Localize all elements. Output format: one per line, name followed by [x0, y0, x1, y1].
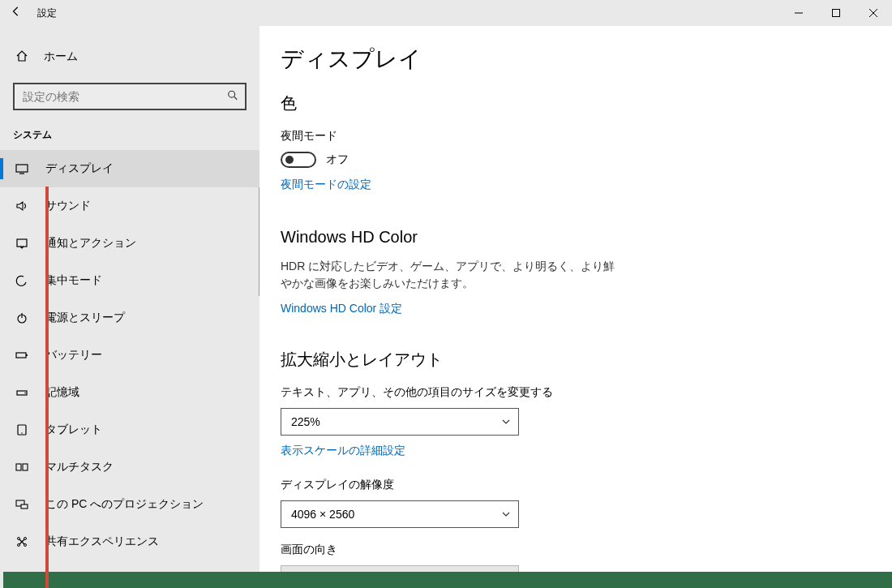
power-icon: [15, 311, 29, 324]
night-mode-settings-link[interactable]: 夜間モードの設定: [281, 178, 371, 192]
annotation-line: [45, 187, 49, 588]
svg-rect-17: [16, 464, 21, 470]
multitask-icon: [15, 461, 29, 474]
section-color-heading: 色: [281, 92, 871, 114]
sidebar-item-tablet[interactable]: タブレット: [0, 411, 259, 449]
svg-rect-1: [833, 10, 840, 17]
section-scale-heading: 拡大縮小とレイアウト: [281, 349, 871, 371]
battery-icon: [15, 349, 29, 362]
sidebar-item-label: サウンド: [45, 199, 91, 213]
sidebar-item-notifications[interactable]: 通知とアクション: [0, 225, 259, 262]
sidebar-item-battery[interactable]: バッテリー: [0, 337, 259, 374]
resolution-select[interactable]: 4096 × 2560: [281, 500, 519, 528]
night-mode-state: オフ: [326, 152, 349, 167]
sidebar-item-label: 集中モード: [45, 273, 102, 288]
sidebar: ホーム システム ディスプレイ: [0, 26, 259, 588]
back-button[interactable]: [0, 0, 32, 26]
minimize-button[interactable]: [780, 0, 817, 26]
sidebar-item-label: マルチタスク: [45, 460, 114, 474]
resolution-label: ディスプレイの解像度: [281, 478, 871, 492]
svg-rect-18: [23, 464, 28, 470]
category-header: システム: [0, 115, 259, 150]
text-size-value: 225%: [291, 415, 320, 428]
chevron-down-icon: [502, 417, 510, 427]
night-mode-toggle[interactable]: [281, 152, 316, 168]
window-title: 設定: [32, 6, 57, 20]
home-nav[interactable]: ホーム: [0, 41, 259, 73]
content-area: ディスプレイ 色 夜間モード オフ 夜間モードの設定 Windows HD Co…: [259, 26, 892, 588]
sound-icon: [15, 200, 29, 212]
sidebar-item-label: この PC へのプロジェクション: [45, 497, 204, 512]
storage-icon: [15, 386, 29, 399]
sidebar-item-focus[interactable]: 集中モード: [0, 262, 259, 299]
hd-description: HDR に対応したビデオ、ゲーム、アプリで、より明るく、より鮮やかな画像をお楽し…: [281, 258, 621, 292]
shared-icon: [15, 535, 29, 548]
sidebar-item-label: 記憶域: [45, 385, 79, 400]
search-input[interactable]: [13, 83, 247, 110]
home-icon: [15, 49, 29, 65]
home-label: ホーム: [44, 49, 78, 64]
svg-rect-12: [26, 354, 28, 356]
page-title: ディスプレイ: [281, 44, 871, 75]
display-icon: [15, 162, 29, 175]
titlebar: 設定: [0, 0, 892, 26]
svg-rect-11: [16, 353, 26, 358]
svg-point-4: [229, 91, 235, 97]
sidebar-item-label: ディスプレイ: [45, 161, 114, 176]
sidebar-item-label: 共有エクスペリエンス: [45, 534, 159, 549]
sidebar-item-label: 通知とアクション: [45, 236, 136, 251]
svg-point-16: [21, 432, 22, 433]
sidebar-item-power[interactable]: 電源とスリープ: [0, 299, 259, 337]
sidebar-item-label: タブレット: [45, 423, 102, 437]
sidebar-item-sound[interactable]: サウンド: [0, 187, 259, 225]
svg-point-22: [24, 538, 27, 540]
sidebar-item-display[interactable]: ディスプレイ: [0, 150, 259, 187]
svg-point-24: [24, 544, 27, 547]
resolution-value: 4096 × 2560: [291, 508, 354, 521]
sidebar-item-label: バッテリー: [45, 348, 102, 363]
sidebar-item-label: 電源とスリープ: [45, 311, 125, 325]
sidebar-item-multitask[interactable]: マルチタスク: [0, 449, 259, 486]
svg-rect-20: [21, 504, 28, 509]
sidebar-item-storage[interactable]: 記憶域: [0, 374, 259, 411]
text-size-select[interactable]: 225%: [281, 408, 519, 436]
close-button[interactable]: [855, 0, 892, 26]
focus-icon: [15, 274, 29, 287]
svg-point-23: [18, 544, 20, 547]
projection-icon: [15, 498, 29, 511]
orientation-label: 画面の向き: [281, 543, 871, 557]
tablet-icon: [15, 423, 29, 436]
svg-rect-6: [16, 165, 28, 172]
search-icon: [227, 90, 238, 104]
bottom-strip: [3, 572, 892, 588]
notifications-icon: [15, 237, 29, 250]
hd-settings-link[interactable]: Windows HD Color 設定: [281, 302, 402, 316]
sidebar-item-shared[interactable]: 共有エクスペリエンス: [0, 523, 259, 560]
nav-list: ディスプレイ サウンド 通知とアクション: [0, 150, 259, 588]
svg-line-5: [234, 97, 238, 100]
night-mode-label: 夜間モード: [281, 129, 871, 144]
maximize-button[interactable]: [817, 0, 855, 26]
svg-point-14: [24, 393, 26, 394]
svg-point-21: [18, 538, 20, 540]
svg-rect-8: [17, 239, 27, 247]
chevron-down-icon: [502, 509, 510, 519]
sidebar-item-projection[interactable]: この PC へのプロジェクション: [0, 486, 259, 523]
section-hd-heading: Windows HD Color: [281, 228, 871, 247]
advanced-scale-link[interactable]: 表示スケールの詳細設定: [281, 444, 405, 458]
text-size-label: テキスト、アプリ、その他の項目のサイズを変更する: [281, 385, 871, 400]
